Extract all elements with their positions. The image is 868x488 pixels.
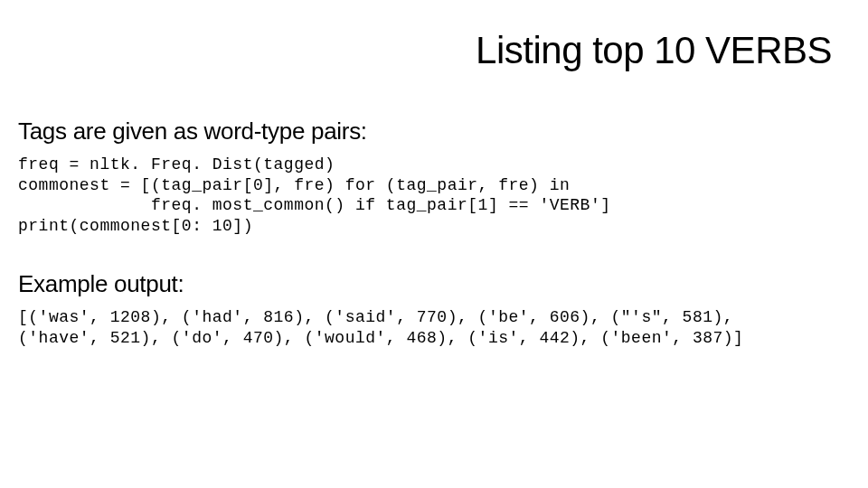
code-block: freq = nltk. Freq. Dist(tagged) commones… — [0, 155, 868, 270]
code-line-2: commonest = [(tag_pair[0], fre) for (tag… — [18, 176, 570, 194]
code-line-3: freq. most_common() if tag_pair[1] == 'V… — [18, 196, 611, 214]
output-block: [('was', 1208), ('had', 816), ('said', 7… — [0, 307, 868, 348]
section-2-heading: Example output: — [0, 270, 868, 307]
code-line-1: freq = nltk. Freq. Dist(tagged) — [18, 155, 335, 174]
slide-container: Listing top 10 VERBS Tags are given as w… — [0, 0, 868, 488]
section-1-heading: Tags are given as word-type pairs: — [0, 117, 868, 155]
slide-title: Listing top 10 VERBS — [0, 0, 868, 117]
output-line-1: [('was', 1208), ('had', 816), ('said', 7… — [18, 307, 868, 328]
code-line-4: print(commonest[0: 10]) — [18, 217, 253, 235]
output-line-2: ('have', 521), ('do', 470), ('would', 46… — [18, 328, 868, 349]
